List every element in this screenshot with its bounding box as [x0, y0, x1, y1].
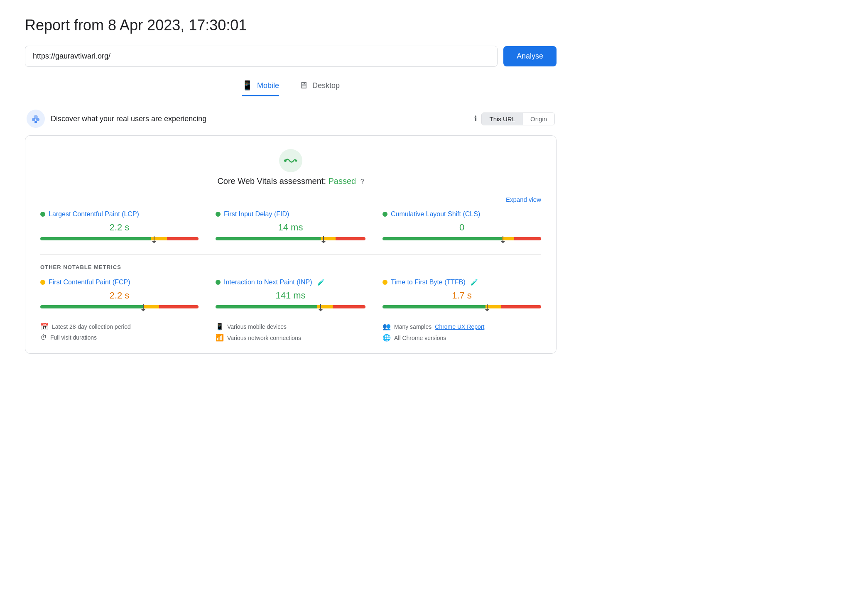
footer-col-1: 📅 Latest 28-day collection period ⏱ Full… [40, 323, 207, 342]
metric-fcp-name: First Contentful Paint (FCP) [40, 279, 199, 286]
svg-point-2 [36, 118, 39, 121]
footer-visit-durations: ⏱ Full visit durations [40, 334, 199, 341]
cls-value: 0 [383, 222, 541, 233]
metric-fid-name: First Input Delay (FID) [216, 210, 365, 218]
main-card: Core Web Vitals assessment: Passed ? Exp… [25, 135, 557, 354]
fid-dot [216, 212, 221, 217]
timer-icon: ⏱ [40, 334, 47, 341]
footer-mobile-devices: 📱 Various mobile devices [216, 323, 365, 330]
inp-value: 141 ms [216, 290, 365, 301]
ttfb-lab-icon: 🧪 [471, 279, 478, 286]
cwv-header: Core Web Vitals assessment: Passed ? [40, 149, 541, 186]
cls-dot [383, 212, 387, 217]
lcp-link[interactable]: Largest Contentful Paint (LCP) [49, 210, 139, 218]
inp-bar [216, 305, 365, 309]
this-url-button[interactable]: This URL [482, 113, 523, 125]
fid-bar [216, 237, 365, 241]
footer-collection-text: Latest 28-day collection period [52, 323, 131, 330]
mobile-devices-icon: 📱 [216, 323, 224, 330]
footer-col-2: 📱 Various mobile devices 📶 Various netwo… [207, 323, 374, 342]
metric-cls: Cumulative Layout Shift (CLS) 0 [374, 210, 541, 243]
lcp-bar [40, 237, 199, 241]
desktop-icon: 🖥 [299, 80, 308, 91]
ttfb-link[interactable]: Time to First Byte (TTFB) [391, 279, 466, 286]
samples-icon: 👥 [383, 323, 391, 330]
notable-label: OTHER NOTABLE METRICS [40, 264, 541, 270]
url-origin-toggle: This URL Origin [481, 113, 555, 125]
view-tabs: 📱 Mobile 🖥 Desktop [25, 80, 557, 96]
ttfb-dot [383, 280, 387, 285]
metric-lcp: Largest Contentful Paint (LCP) 2.2 s [40, 210, 207, 243]
chrome-ux-report-link[interactable]: Chrome UX Report [435, 323, 484, 330]
footer-col-3: 👥 Many samples Chrome UX Report 🌐 All Ch… [374, 323, 541, 342]
inp-link[interactable]: Interaction to Next Paint (INP) [224, 279, 312, 286]
fcp-value: 2.2 s [40, 290, 199, 301]
info-icon[interactable]: ℹ [474, 114, 477, 123]
notable-metrics-row: First Contentful Paint (FCP) 2.2 s Inter… [40, 279, 541, 311]
ttfb-bar [383, 305, 541, 309]
metric-fcp: First Contentful Paint (FCP) 2.2 s [40, 279, 207, 311]
tab-mobile-label: Mobile [257, 81, 279, 90]
footer-chrome-text: All Chrome versions [394, 335, 446, 341]
metric-inp-name: Interaction to Next Paint (INP) 🧪 [216, 279, 365, 286]
metric-cls-name: Cumulative Layout Shift (CLS) [383, 210, 541, 218]
cls-bar [383, 237, 541, 241]
lcp-value: 2.2 s [40, 222, 199, 233]
fcp-dot [40, 280, 45, 285]
tab-desktop[interactable]: 🖥 Desktop [299, 80, 340, 96]
inp-dot [216, 280, 221, 285]
origin-button[interactable]: Origin [523, 113, 554, 125]
metric-inp: Interaction to Next Paint (INP) 🧪 141 ms [207, 279, 374, 311]
svg-point-5 [295, 160, 297, 162]
footer-mobile-text: Various mobile devices [227, 323, 287, 330]
crux-icon [27, 110, 45, 128]
cwv-question-icon[interactable]: ? [360, 178, 364, 185]
cls-link[interactable]: Cumulative Layout Shift (CLS) [391, 210, 480, 218]
metric-fid: First Input Delay (FID) 14 ms [207, 210, 374, 243]
crux-header-left: Discover what your real users are experi… [27, 110, 206, 128]
fcp-link[interactable]: First Contentful Paint (FCP) [49, 279, 130, 286]
mobile-icon: 📱 [242, 80, 253, 91]
footer-network-text: Various network connections [227, 335, 301, 341]
metric-lcp-name: Largest Contentful Paint (LCP) [40, 210, 199, 218]
footer-row: 📅 Latest 28-day collection period ⏱ Full… [40, 323, 541, 342]
cwv-assessment: Core Web Vitals assessment: Passed ? [217, 176, 364, 186]
fid-value: 14 ms [216, 222, 365, 233]
footer-samples: 👥 Many samples Chrome UX Report [383, 323, 541, 330]
crux-header-right: ℹ This URL Origin [474, 113, 555, 125]
url-bar: Analyse [25, 46, 557, 67]
network-icon: 📶 [216, 334, 224, 342]
url-input[interactable] [25, 46, 498, 67]
metric-ttfb: Time to First Byte (TTFB) 🧪 1.7 s [374, 279, 541, 311]
footer-visit-text: Full visit durations [50, 334, 97, 341]
crux-title: Discover what your real users are experi… [51, 115, 206, 123]
footer-chrome-versions: 🌐 All Chrome versions [383, 334, 541, 342]
footer-collection-period: 📅 Latest 28-day collection period [40, 323, 199, 330]
cwv-icon [279, 149, 302, 172]
crux-section-header: Discover what your real users are experi… [25, 110, 557, 128]
tab-desktop-label: Desktop [312, 81, 340, 90]
calendar-icon: 📅 [40, 323, 49, 330]
section-divider [40, 254, 541, 255]
page-title: Report from 8 Apr 2023, 17:30:01 [25, 17, 557, 34]
svg-point-1 [32, 118, 35, 121]
analyse-button[interactable]: Analyse [503, 46, 557, 66]
tab-mobile[interactable]: 📱 Mobile [242, 80, 279, 96]
cwv-label-prefix: Core Web Vitals assessment: [217, 176, 328, 186]
expand-view-link[interactable]: Expand view [40, 196, 541, 203]
footer-samples-text: Many samples [394, 323, 432, 330]
metric-ttfb-name: Time to First Byte (TTFB) 🧪 [383, 279, 541, 286]
fid-link[interactable]: First Input Delay (FID) [224, 210, 289, 218]
cwv-status: Passed [329, 176, 356, 186]
svg-point-3 [34, 121, 37, 123]
ttfb-value: 1.7 s [383, 290, 541, 301]
footer-network: 📶 Various network connections [216, 334, 365, 342]
inp-lab-icon: 🧪 [317, 279, 324, 286]
main-metrics-row: Largest Contentful Paint (LCP) 2.2 s Fir… [40, 210, 541, 243]
chrome-icon: 🌐 [383, 334, 391, 342]
fcp-bar [40, 305, 199, 309]
lcp-dot [40, 212, 45, 217]
